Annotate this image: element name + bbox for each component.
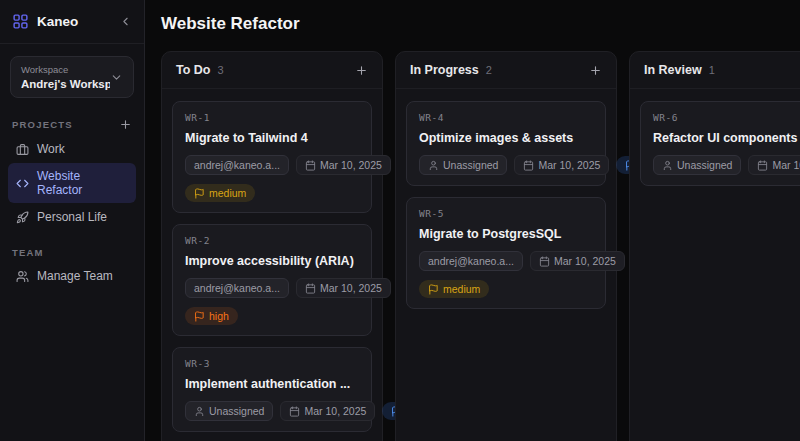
assignee-label: andrej@kaneo.a... [194,159,280,171]
briefcase-icon [16,143,29,156]
user-icon [428,160,439,171]
task-title: Improve accessibility (ARIA) [185,254,359,268]
projects-section-header: PROJECTS [12,118,132,131]
sidebar-item-website-refactor[interactable]: Website Refactor [8,163,136,203]
column-name: In Progress [410,63,479,77]
assignee-label: Unassigned [677,159,732,171]
code-icon [16,177,29,190]
priority-row: medium [419,280,593,298]
priority-label: medium [443,283,480,295]
team-header-label: TEAM [12,247,132,258]
users-icon [16,270,29,283]
column-name: In Review [644,63,702,77]
due-date-chip: Mar 10, 2025 [530,251,625,271]
board-column-in-progress: In Progress2WR-4Optimize images & assets… [395,51,617,441]
calendar-icon [289,406,300,417]
priority-badge-medium: medium [419,280,489,298]
flag-icon [194,311,205,322]
projects-nav: WorkWebsite RefactorPersonal Life [0,135,144,231]
task-meta: UnassignedMar 10, 2025low [419,155,593,175]
due-date-label: Mar 10, 2025 [554,255,616,267]
column-header: In Review1 [630,52,800,89]
sidebar-item-work[interactable]: Work [8,136,136,162]
task-card-wr-2[interactable]: WR-2Improve accessibility (ARIA)andrej@k… [172,224,372,336]
task-card-wr-3[interactable]: WR-3Implement authentication ...Unassign… [172,347,372,432]
due-date-chip: Mar 10, 2025 [514,155,609,175]
due-date-label: Mar 10, 2025 [772,159,800,171]
sidebar-header: Kaneo [0,0,144,44]
assignee-chip: Unassigned [419,155,507,175]
task-title: Migrate to PostgresSQL [419,227,593,241]
task-meta: andrej@kaneo.a...Mar 10, 2025 [419,251,593,271]
priority-label: high [209,310,229,322]
task-card-wr-6[interactable]: WR-6Refactor UI componentsUnassignedMar … [640,101,800,186]
task-meta: andrej@kaneo.a...Mar 10, 2025 [185,278,359,298]
due-date-chip: Mar 10, 2025 [296,155,391,175]
due-date-chip: Mar 10, 2025 [748,155,800,175]
calendar-icon [523,160,534,171]
assignee-label: Unassigned [209,405,264,417]
sidebar-collapse-button[interactable] [119,15,132,28]
card-list: WR-4Optimize images & assetsUnassignedMa… [396,89,616,321]
assignee-chip: andrej@kaneo.a... [185,278,289,298]
user-icon [194,406,205,417]
chevron-down-icon [110,71,123,84]
column-count: 3 [217,64,223,76]
app-name: Kaneo [37,14,111,29]
assignee-label: andrej@kaneo.a... [194,282,280,294]
projects-header-label: PROJECTS [12,119,119,130]
task-meta: UnassignedMar 10, 2025low [185,401,359,421]
card-list: WR-1Migrate to Tailwind 4andrej@kaneo.a.… [162,89,382,441]
calendar-icon [539,256,550,267]
calendar-icon [757,160,768,171]
task-card-wr-1[interactable]: WR-1Migrate to Tailwind 4andrej@kaneo.a.… [172,101,372,213]
task-id: WR-6 [653,112,800,123]
due-date-label: Mar 10, 2025 [304,405,366,417]
assignee-chip: andrej@kaneo.a... [185,155,289,175]
task-id: WR-3 [185,358,359,369]
column-count: 1 [709,64,715,76]
assignee-label: Unassigned [443,159,498,171]
priority-badge-high: high [185,307,238,325]
workspace-label: Workspace [21,64,110,75]
column-count: 2 [486,64,492,76]
sidebar-item-label: Work [37,142,65,156]
kaneo-logo-icon [12,13,29,30]
task-title: Refactor UI components [653,131,800,145]
sidebar: Kaneo Workspace Andrej's Workspace PROJE… [0,0,145,441]
assignee-chip: Unassigned [653,155,741,175]
due-date-chip: Mar 10, 2025 [280,401,375,421]
user-icon [662,160,673,171]
add-card-button[interactable] [355,64,368,77]
due-date-label: Mar 10, 2025 [320,159,382,171]
task-card-wr-5[interactable]: WR-5Migrate to PostgresSQLandrej@kaneo.a… [406,197,606,309]
due-date-label: Mar 10, 2025 [320,282,382,294]
assignee-chip: andrej@kaneo.a... [419,251,523,271]
task-title: Implement authentication ... [185,377,359,391]
task-meta: andrej@kaneo.a...Mar 10, 2025 [185,155,359,175]
workspace-value: Andrej's Workspace [21,78,110,90]
add-project-button[interactable] [119,118,132,131]
column-name: To Do [176,63,210,77]
calendar-icon [305,160,316,171]
team-section-header: TEAM [12,247,132,258]
calendar-icon [305,283,316,294]
task-meta: UnassignedMar 10, 2025low [653,155,800,175]
due-date-label: Mar 10, 2025 [538,159,600,171]
sidebar-item-personal-life[interactable]: Personal Life [8,204,136,230]
sidebar-item-label: Website Refactor [37,169,128,197]
sidebar-item-manage-team[interactable]: Manage Team [8,263,136,289]
board-column-to-do: To Do3WR-1Migrate to Tailwind 4andrej@ka… [161,51,383,441]
column-header: In Progress2 [396,52,616,89]
task-card-wr-4[interactable]: WR-4Optimize images & assetsUnassignedMa… [406,101,606,186]
board-column-in-review: In Review1WR-6Refactor UI componentsUnas… [629,51,800,441]
sidebar-item-label: Personal Life [37,210,107,224]
sidebar-item-label: Manage Team [37,269,113,283]
workspace-selector[interactable]: Workspace Andrej's Workspace [10,56,134,98]
add-card-button[interactable] [589,64,602,77]
kanban-board: To Do3WR-1Migrate to Tailwind 4andrej@ka… [161,51,800,441]
priority-badge-medium: medium [185,184,255,202]
flag-icon [194,188,205,199]
task-title: Optimize images & assets [419,131,593,145]
task-id: WR-2 [185,235,359,246]
